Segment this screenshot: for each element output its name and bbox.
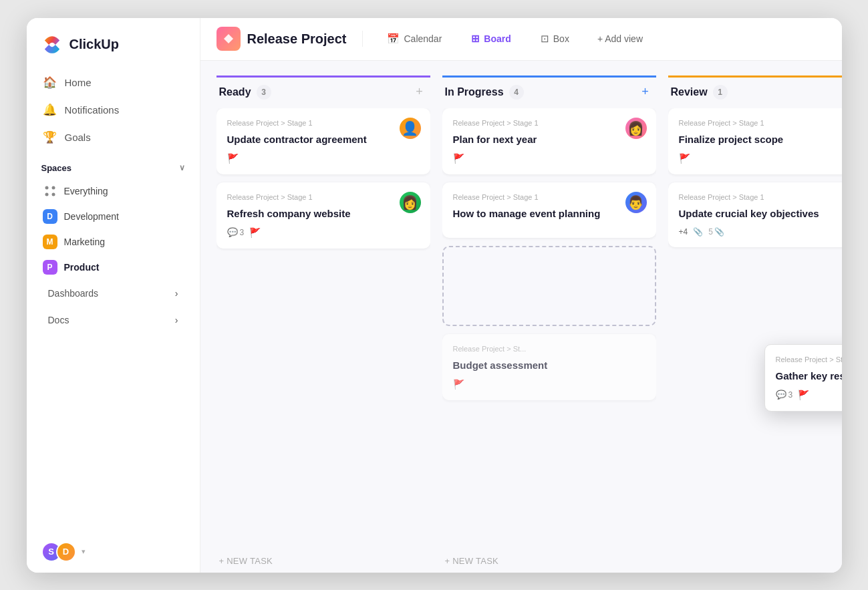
comment-icon: 💬 [776, 390, 786, 400]
box-icon: ⊡ [541, 33, 549, 45]
goals-icon: 🏆 [43, 130, 57, 144]
sidebar-item-goals[interactable]: 🏆 Goals [33, 124, 193, 151]
extra-tags: +4 [679, 227, 688, 237]
sidebar-item-notifications[interactable]: 🔔 Notifications [33, 96, 193, 124]
home-label: Home [65, 77, 92, 88]
columns-wrapper: Ready 3 + 👤 Release Project > Stage 1 [216, 77, 842, 573]
floating-card-title: Gather key resources [776, 369, 842, 383]
flag-icon: 🚩 [249, 227, 261, 238]
dashboards-chevron-icon: › [175, 288, 178, 299]
column-inprogress-count: 4 [509, 85, 524, 100]
paperclip-icon-2: 📎 [714, 227, 724, 237]
card-footer: 🚩 [453, 379, 645, 390]
marketing-label: Marketing [64, 237, 105, 247]
sidebar-item-marketing[interactable]: M Marketing [33, 229, 193, 255]
column-review: Review 1 + Release Project > Stage 1 Fin… [668, 77, 842, 573]
sidebar-item-everything[interactable]: Everything [33, 178, 193, 204]
app-window: ClickUp 🏠 Home 🔔 Notifications 🏆 Goals S… [27, 18, 842, 573]
column-review-title: Review [671, 86, 708, 98]
column-ready-count: 3 [257, 85, 271, 100]
card-title: Update contractor agreement [227, 132, 420, 146]
card-manage-event[interactable]: 👨 Release Project > Stage 1 How to manag… [442, 182, 656, 238]
card-footer: 🚩 [227, 153, 420, 164]
everything-label: Everything [64, 186, 108, 196]
spaces-section-header: Spaces ∨ [27, 151, 200, 178]
project-title-area: Release Project [216, 27, 347, 51]
project-name: Release Project [247, 31, 347, 47]
card-budget-assessment[interactable]: Release Project > St... Budget assessmen… [442, 334, 656, 400]
main-nav: 🏠 Home 🔔 Notifications 🏆 Goals [27, 69, 200, 151]
new-task-button-ready[interactable]: + NEW TASK [216, 549, 430, 573]
notifications-label: Notifications [65, 104, 120, 116]
flag-icon: 🚩 [453, 379, 464, 390]
board-label: Board [484, 33, 511, 44]
card-comment-count: 💬 3 [227, 227, 245, 237]
view-board[interactable]: ⊞ Board [463, 29, 519, 49]
column-ready: Ready 3 + 👤 Release Project > Stage 1 [216, 77, 430, 573]
column-ready-cards: 👤 Release Project > Stage 1 Update contr… [216, 108, 430, 549]
add-view-button[interactable]: + Add view [591, 29, 649, 48]
card-meta: Release Project > Stage 1 [679, 193, 842, 201]
column-ready-title: Ready [219, 86, 251, 98]
sidebar: ClickUp 🏠 Home 🔔 Notifications 🏆 Goals S… [27, 18, 200, 573]
card-footer: 🚩 [453, 153, 645, 164]
card-footer: +4 📎 5 📎 [679, 227, 842, 237]
card-meta: Release Project > Stage 1 [227, 193, 420, 201]
column-inprogress-add-button[interactable]: + [637, 84, 654, 100]
topbar: Release Project 📅 Calendar ⊞ Board ⊡ Box… [200, 18, 842, 61]
calendar-label: Calendar [404, 33, 442, 44]
spaces-chevron-icon[interactable]: ∨ [179, 163, 185, 172]
card-avatar: 👩 [400, 192, 421, 213]
view-box[interactable]: ⊡ Box [533, 29, 577, 49]
svg-point-0 [45, 186, 48, 189]
card-meta: Release Project > Stage 1 [453, 119, 645, 127]
card-title: Budget assessment [453, 358, 645, 372]
card-title: Refresh company website [227, 206, 420, 220]
bell-icon: 🔔 [43, 103, 57, 117]
card-plan-next-year[interactable]: 👩 Release Project > Stage 1 Plan for nex… [442, 108, 656, 174]
box-label: Box [553, 33, 569, 44]
spaces-label: Spaces [41, 163, 72, 173]
card-update-contractor[interactable]: 👤 Release Project > Stage 1 Update contr… [216, 108, 430, 174]
floating-card-comment: 💬 3 [776, 390, 793, 400]
flag-icon: 🚩 [227, 153, 239, 164]
attach-count-2: 5 📎 [708, 227, 724, 237]
floating-card-meta: Release Project > Stage 1 [776, 355, 842, 363]
card-refresh-website[interactable]: 👩 Release Project > Stage 1 Refresh comp… [216, 182, 430, 249]
paperclip-icon: 📎 [693, 227, 703, 237]
attach-count: 📎 [693, 227, 703, 237]
avatar-d: D [56, 542, 76, 562]
everything-grid-icon [43, 184, 57, 198]
card-footer: 💬 3 🚩 [227, 227, 420, 238]
dashboards-label: Dashboards [48, 288, 99, 299]
card-avatar: 👨 [625, 192, 647, 213]
sidebar-item-product[interactable]: P Product [33, 255, 193, 280]
sidebar-item-dashboards[interactable]: Dashboards › [33, 281, 193, 305]
product-label: Product [64, 262, 100, 273]
svg-point-3 [51, 192, 55, 196]
view-calendar[interactable]: 📅 Calendar [379, 29, 450, 49]
sidebar-item-home[interactable]: 🏠 Home [33, 69, 193, 96]
column-review-cards: Release Project > Stage 1 Finalize proje… [668, 108, 842, 573]
column-inprogress: In Progress 4 + 👩 Release Project > Stag… [442, 77, 656, 573]
card-title: Plan for next year [453, 132, 645, 146]
sidebar-item-docs[interactable]: Docs › [33, 308, 193, 332]
sidebar-item-development[interactable]: D Development [33, 204, 193, 229]
comment-icon: 💬 [227, 227, 238, 237]
new-task-label: + NEW TASK [445, 556, 499, 566]
marketing-dot: M [43, 235, 57, 249]
column-inprogress-title: In Progress [445, 86, 504, 98]
column-ready-add-button[interactable]: + [412, 84, 428, 100]
logo-area: ClickUp [27, 18, 200, 69]
flag-icon: 🚩 [679, 153, 690, 164]
user-profile-area[interactable]: S D ▾ [27, 531, 200, 573]
card-update-objectives[interactable]: Release Project > Stage 1 Update crucial… [668, 182, 842, 247]
new-task-button-inprogress[interactable]: + NEW TASK [442, 549, 656, 573]
drag-placeholder [442, 246, 656, 326]
card-meta: Release Project > Stage 1 [453, 193, 645, 201]
card-avatar: 👤 [400, 118, 421, 139]
card-meta: Release Project > Stage 1 [227, 119, 420, 127]
card-finalize-scope[interactable]: Release Project > Stage 1 Finalize proje… [668, 108, 842, 174]
goals-label: Goals [65, 132, 91, 143]
column-inprogress-cards: 👩 Release Project > Stage 1 Plan for nex… [442, 108, 656, 549]
